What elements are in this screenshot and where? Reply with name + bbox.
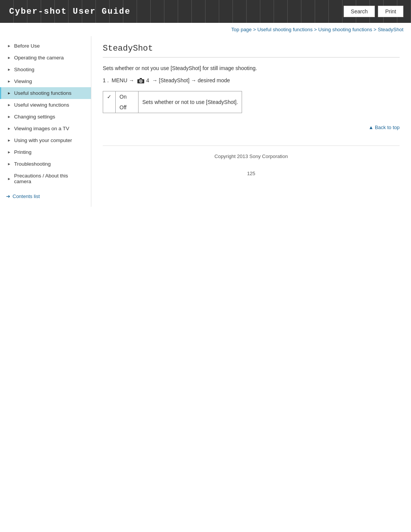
breadcrumb-current: SteadyShot [378,27,403,32]
sidebar-item-viewing[interactable]: ► Viewing [0,75,91,87]
sidebar-item-label: Viewing images on a TV [14,126,69,131]
check-mark-cell: ✓ [103,91,116,102]
arrow-icon: ► [7,177,11,181]
instruction-end: → [SteadyShot] → desired mode [151,77,230,83]
print-button[interactable]: Print [378,6,403,17]
option-off-cell: Off [116,102,139,113]
sidebar-item-label: Using with your computer [14,137,72,143]
search-button[interactable]: Search [344,6,375,17]
sidebar-item-viewing-tv[interactable]: ► Viewing images on a TV [0,123,91,134]
arrow-right-icon: ➔ [6,193,10,199]
copyright: Copyright 2013 Sony Corporation [215,153,288,159]
svg-point-3 [140,81,142,82]
description-cell: Sets whether or not to use [SteadyShot]. [139,91,242,113]
sidebar-item-label: Shooting [14,67,34,72]
options-table: ✓ On Sets whether or not to use [SteadyS… [103,91,242,113]
sidebar-item-label: Troubleshooting [14,161,51,167]
instruction-text: 1 . MENU → [103,77,135,83]
sidebar-item-useful-shooting[interactable]: ► Useful shooting functions [0,87,91,99]
page-title: SteadyShot [103,44,400,58]
arrow-icon: ► [7,91,11,95]
sidebar: ► Before Use ► Operating the camera ► Sh… [0,36,91,207]
layout: ► Before Use ► Operating the camera ► Sh… [0,36,411,207]
sidebar-item-shooting[interactable]: ► Shooting [0,64,91,75]
arrow-icon: ► [7,103,11,107]
sidebar-item-printing[interactable]: ► Printing [0,146,91,158]
arrow-icon: ► [7,56,11,60]
option-on-cell: On [116,91,139,102]
arrow-icon: ► [7,79,11,83]
breadcrumb-using-shooting[interactable]: Using shooting functions [318,27,372,32]
back-to-top[interactable]: ▲ Back to top [103,125,400,130]
arrow-icon: ► [7,150,11,154]
svg-rect-1 [140,78,142,80]
header: Cyber-shot User Guide Search Print [0,0,411,23]
instruction: 1 . MENU → 4 → [SteadyShot] → desired mo… [103,77,400,83]
sidebar-item-label: Viewing [14,78,32,84]
sidebar-item-troubleshooting[interactable]: ► Troubleshooting [0,158,91,170]
sidebar-item-computer[interactable]: ► Using with your computer [0,134,91,146]
sidebar-item-operating[interactable]: ► Operating the camera [0,52,91,64]
sidebar-item-label: Changing settings [14,114,55,120]
description: Sets whether or not you use [SteadyShot]… [103,65,400,71]
empty-check-cell [103,102,116,113]
breadcrumb-useful-shooting[interactable]: Useful shooting functions [257,27,312,32]
sidebar-item-label: Useful viewing functions [14,102,69,108]
sidebar-item-useful-viewing[interactable]: ► Useful viewing functions [0,99,91,111]
table-row: ✓ On Sets whether or not to use [SteadyS… [103,91,242,102]
breadcrumb-top[interactable]: Top page [231,27,252,32]
camera-icon [137,78,144,83]
main-content: SteadyShot Sets whether or not you use [… [91,36,411,207]
footer: Copyright 2013 Sony Corporation [103,145,400,167]
header-buttons: Search Print [344,6,411,17]
sidebar-item-label: Before Use [14,43,40,49]
page-number: 125 [103,167,400,180]
arrow-icon: ► [7,138,11,142]
sidebar-item-precautions[interactable]: ► Precautions / About this camera [0,170,91,187]
sidebar-item-label: Operating the camera [14,55,64,61]
app-title: Cyber-shot User Guide [0,7,131,16]
sidebar-item-before-use[interactable]: ► Before Use [0,40,91,52]
breadcrumb: Top page > Useful shooting functions > U… [0,23,411,36]
sidebar-item-changing-settings[interactable]: ► Changing settings [0,111,91,123]
sidebar-item-label: Printing [14,149,32,155]
arrow-icon: ► [7,115,11,119]
instruction-camera-num: 4 [146,77,149,83]
sidebar-item-label: Precautions / About this camera [14,173,86,184]
arrow-icon: ► [7,126,11,131]
sidebar-item-label: Useful shooting functions [14,90,72,96]
back-to-top-link[interactable]: ▲ Back to top [368,125,400,130]
arrow-icon: ► [7,162,11,166]
contents-list-label: Contents list [13,193,40,199]
contents-list-link[interactable]: ➔ Contents list [0,190,91,203]
arrow-icon: ► [7,67,11,72]
arrow-icon: ► [7,44,11,48]
